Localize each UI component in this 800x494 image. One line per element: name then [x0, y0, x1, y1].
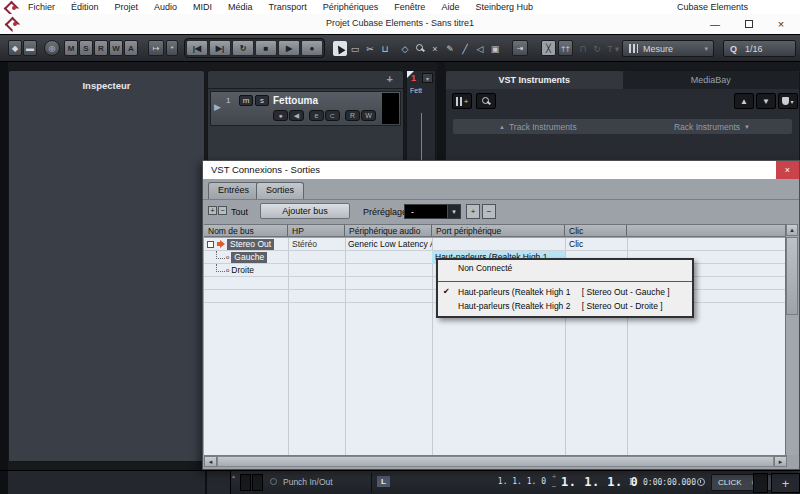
punch-in-out-label[interactable]: Punch In/Out: [283, 477, 333, 487]
horizontal-scrollbar[interactable]: ◂ ▸: [204, 455, 787, 467]
menu-transport[interactable]: Transport: [261, 2, 315, 12]
menu-edition[interactable]: Édition: [63, 2, 107, 12]
stop-button[interactable]: ■: [255, 40, 277, 56]
write-all-button[interactable]: W: [109, 40, 123, 56]
vertical-scroll-thumb[interactable]: [786, 237, 798, 315]
monitor-button[interactable]: ◀: [289, 110, 304, 121]
menu-item-port-1[interactable]: ✔ Haut-parleurs (Realtek High 1 [ Stereo…: [438, 285, 692, 299]
menu-item-port-2[interactable]: Haut-parleurs (Realtek High 2 [ Stereo O…: [438, 299, 692, 313]
read-all-button[interactable]: R: [94, 40, 108, 56]
go-to-start-button[interactable]: |◀: [186, 40, 208, 56]
quantize-dropdown[interactable]: Q 1/16: [723, 40, 796, 57]
track-instruments-section[interactable]: ▲ Track Instruments: [495, 122, 577, 132]
color-tool[interactable]: ▣: [488, 41, 502, 56]
maximize-button[interactable]: [738, 16, 760, 32]
snap-zero-crossing-button[interactable]: ⇥: [512, 40, 528, 56]
snap-type-button[interactable]: ††: [558, 40, 573, 56]
shield-options-button[interactable]: ▾: [778, 93, 798, 109]
menu-item-non-connecte[interactable]: Non Connecté: [438, 260, 692, 279]
record-button[interactable]: ●: [301, 40, 323, 56]
menu-aide[interactable]: Aide: [433, 2, 467, 12]
solo-all-button[interactable]: S: [79, 40, 93, 56]
menu-fenetre[interactable]: Fenêtre: [386, 2, 433, 12]
autoscroll-options-button[interactable]: *: [166, 40, 178, 56]
tab-vst-instruments[interactable]: VST Instruments: [446, 71, 623, 89]
windows-layout-button[interactable]: ▬: [23, 40, 37, 56]
time-display[interactable]: 0:00:00.000: [643, 478, 696, 487]
transport-section-button[interactable]: [252, 474, 263, 491]
scroll-left-button[interactable]: ◂: [204, 456, 217, 467]
preset-dropdown[interactable]: - ▾: [404, 204, 461, 219]
expand-all-button[interactable]: +: [208, 206, 217, 215]
project-position-display[interactable]: 1. 1. 1. 0: [561, 475, 627, 489]
punch-record-icon[interactable]: [270, 478, 277, 485]
move-down-button[interactable]: ▼: [756, 93, 776, 109]
find-instrument-button[interactable]: [476, 93, 496, 109]
track-row-fettouma[interactable]: ▶ 1 m s Fettouma ● ◀ e ⊂ R W: [210, 91, 401, 126]
automation-panel-button[interactable]: A: [124, 40, 138, 56]
scroll-up-button[interactable]: ▴: [786, 224, 798, 236]
channel-dropdown-button[interactable]: ▾: [422, 73, 433, 83]
menu-fichier[interactable]: Fichier: [20, 2, 63, 12]
position-nudge-buttons[interactable]: +−: [550, 472, 558, 492]
constrain-delay-button[interactable]: ◎: [44, 40, 60, 56]
menu-projet[interactable]: Projet: [107, 2, 147, 12]
draw-tool[interactable]: ✎: [443, 41, 457, 56]
expand-track-icon[interactable]: ▶: [214, 102, 221, 112]
track-solo-button[interactable]: s: [255, 95, 269, 106]
autoscroll-button[interactable]: ↦: [148, 40, 164, 56]
channel-name-label[interactable]: Droite: [231, 264, 254, 277]
mute-tool[interactable]: ×: [428, 41, 442, 56]
bus-clic-cell[interactable]: Clic: [565, 238, 627, 251]
tab-mediabay[interactable]: MediaBay: [623, 71, 800, 89]
vertical-scrollbar[interactable]: ▴: [785, 224, 798, 455]
go-to-end-button[interactable]: ▶|: [209, 40, 231, 56]
channel-name-label[interactable]: Gauche: [231, 252, 267, 263]
menu-steinberg-hub[interactable]: Steinberg Hub: [467, 2, 541, 12]
track-name[interactable]: Fettouma: [273, 95, 318, 106]
horizontal-scroll-thumb[interactable]: [217, 456, 774, 467]
menu-peripheriques[interactable]: Périphériques: [315, 2, 387, 12]
write-automation-button[interactable]: W: [361, 110, 376, 121]
mute-all-button[interactable]: M: [64, 40, 78, 56]
close-button[interactable]: ×: [770, 16, 792, 32]
record-enable-button[interactable]: ●: [273, 110, 288, 121]
remove-preset-button[interactable]: −: [482, 204, 496, 219]
instrument-button[interactable]: ⊂: [325, 110, 340, 121]
bus-name-label[interactable]: Stereo Out: [227, 239, 274, 250]
add-track-button[interactable]: +: [387, 73, 393, 85]
tab-sorties[interactable]: Sorties: [256, 182, 304, 199]
menu-media[interactable]: Média: [220, 2, 261, 12]
collapse-all-button[interactable]: −: [218, 206, 227, 215]
tab-entrees[interactable]: Entrées: [208, 182, 259, 199]
transport-section-button[interactable]: [240, 474, 251, 491]
play-button[interactable]: ▶: [278, 40, 300, 56]
menu-midi[interactable]: MIDI: [185, 2, 220, 12]
setup-button[interactable]: ◆: [8, 40, 22, 56]
split-tool[interactable]: ✂: [363, 41, 377, 56]
left-locator-badge[interactable]: L: [377, 476, 390, 487]
add-bus-button[interactable]: Ajouter bus: [260, 203, 350, 219]
add-rack-instrument-button[interactable]: +: [452, 93, 472, 109]
minimize-button[interactable]: —: [704, 16, 726, 32]
resize-handle-icon[interactable]: ▴: [232, 472, 235, 479]
read-automation-button[interactable]: R: [345, 110, 360, 121]
bus-port-cell[interactable]: [432, 238, 565, 251]
dialog-close-button[interactable]: ×: [776, 161, 799, 179]
edit-channel-button[interactable]: e: [309, 110, 324, 121]
scroll-right-button[interactable]: ▸: [774, 456, 787, 467]
zoom-tool[interactable]: [413, 41, 427, 56]
object-selection-tool[interactable]: [333, 41, 347, 56]
erase-tool[interactable]: ◇: [398, 41, 412, 56]
move-up-button[interactable]: ▲: [734, 93, 754, 109]
bus-device-cell[interactable]: Generic Low Latency ASI: [345, 238, 432, 251]
glue-tool[interactable]: ⊔: [378, 41, 392, 56]
bus-row-stereo-out[interactable]: Stereo Out Stéréo Generic Low Latency AS…: [204, 238, 787, 251]
left-locator-value[interactable]: 1. 1. 1. 0: [466, 477, 546, 486]
line-tool[interactable]: ╱: [458, 41, 472, 56]
range-tool[interactable]: ▭: [348, 41, 362, 56]
rack-instruments-section[interactable]: Rack Instruments ▼: [674, 122, 754, 132]
minus-icon[interactable]: −: [552, 482, 557, 491]
cycle-button[interactable]: ↻: [232, 40, 254, 56]
track-mute-button[interactable]: m: [239, 95, 253, 106]
